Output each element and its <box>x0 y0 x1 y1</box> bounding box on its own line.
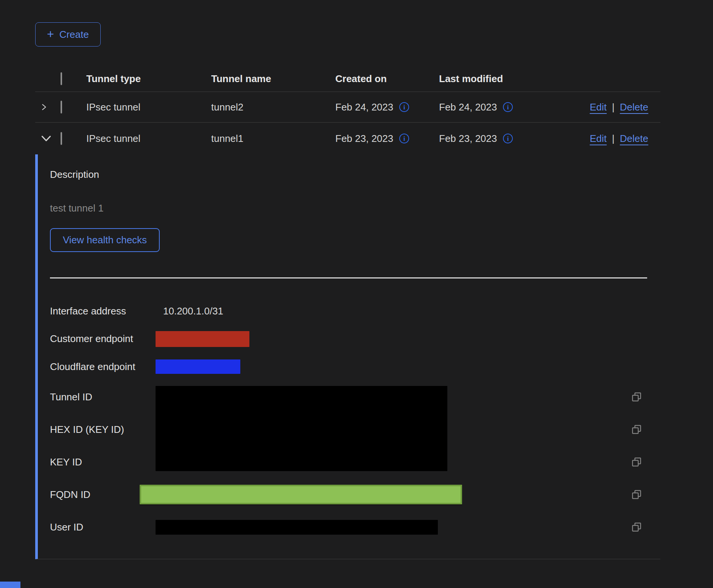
chevron-down-icon <box>40 132 53 145</box>
fqdn-id-redacted-value <box>140 485 462 504</box>
copy-icon <box>631 489 642 500</box>
tunnel-type-cell: IPsec tunnel <box>86 101 211 113</box>
copy-hex-id-button[interactable] <box>630 424 660 435</box>
tunnel-id-label: Tunnel ID <box>50 391 156 403</box>
delete-link[interactable]: Delete <box>620 101 648 113</box>
expand-row-button[interactable] <box>35 100 61 114</box>
user-id-label: User ID <box>50 521 156 533</box>
key-id-label: KEY ID <box>50 456 156 468</box>
select-all-checkbox[interactable] <box>61 72 62 85</box>
header-tunnel-type: Tunnel type <box>86 73 211 85</box>
copy-icon <box>631 456 642 468</box>
view-health-checks-button[interactable]: View health checks <box>50 228 160 252</box>
interface-address-label: Interface address <box>50 305 156 317</box>
ids-redacted-value <box>156 386 447 471</box>
hex-id-label: HEX ID (KEY ID) <box>50 424 156 436</box>
copy-fqdn-id-button[interactable] <box>630 489 660 500</box>
info-icon[interactable]: i <box>503 102 513 112</box>
tunnel-details-panel: Description test tunnel 1 View health ch… <box>35 154 660 559</box>
info-icon[interactable]: i <box>399 102 409 112</box>
collapse-row-button[interactable] <box>35 132 61 145</box>
tunnel-name-cell: tunnel2 <box>211 101 335 113</box>
row-checkbox[interactable] <box>61 132 62 145</box>
header-tunnel-name: Tunnel name <box>211 73 335 85</box>
info-icon[interactable]: i <box>503 134 513 143</box>
tunnel-name-cell: tunnel1 <box>211 133 335 145</box>
create-button[interactable]: + Create <box>35 22 101 47</box>
table-row: IPsec tunnel tunnel2 Feb 24, 2023 i Feb … <box>35 92 660 123</box>
action-separator: | <box>612 133 615 145</box>
plus-icon: + <box>47 28 54 40</box>
row-checkbox[interactable] <box>61 101 62 114</box>
tunnel-fields: Interface address 10.200.1.0/31 Customer… <box>50 297 660 543</box>
customer-endpoint-redacted-value <box>156 331 249 347</box>
partial-element-bottom-left <box>0 582 20 588</box>
header-created-on: Created on <box>335 73 439 85</box>
description-label: Description <box>50 169 660 180</box>
customer-endpoint-label: Customer endpoint <box>50 333 156 345</box>
description-value: test tunnel 1 <box>50 202 660 214</box>
chevron-right-icon <box>40 100 48 114</box>
edit-link[interactable]: Edit <box>590 133 607 145</box>
last-modified-cell: Feb 24, 2023 <box>439 101 497 113</box>
edit-link[interactable]: Edit <box>590 101 607 113</box>
table-header-row: Tunnel type Tunnel name Created on Last … <box>35 66 660 92</box>
create-button-label: Create <box>59 29 89 40</box>
copy-tunnel-id-button[interactable] <box>630 391 660 403</box>
section-divider <box>50 277 647 278</box>
copy-icon <box>631 391 642 403</box>
copy-icon <box>631 424 642 435</box>
header-last-modified: Last modified <box>439 73 583 85</box>
delete-link[interactable]: Delete <box>620 133 648 145</box>
tunnels-page: + Create Tunnel type Tunnel name Created… <box>0 0 713 588</box>
user-id-redacted-value <box>156 520 438 535</box>
info-icon[interactable]: i <box>399 134 409 143</box>
cloudflare-endpoint-redacted-value <box>156 359 240 374</box>
copy-user-id-button[interactable] <box>630 521 660 533</box>
created-on-cell: Feb 23, 2023 <box>335 133 393 145</box>
copy-key-id-button[interactable] <box>630 456 660 468</box>
action-separator: | <box>612 101 615 113</box>
copy-icon <box>631 521 642 533</box>
interface-address-value: 10.200.1.0/31 <box>156 305 630 317</box>
created-on-cell: Feb 24, 2023 <box>335 101 393 113</box>
tunnels-table: Tunnel type Tunnel name Created on Last … <box>35 66 660 154</box>
last-modified-cell: Feb 23, 2023 <box>439 133 497 145</box>
tunnel-type-cell: IPsec tunnel <box>86 133 211 145</box>
cloudflare-endpoint-label: Cloudflare endpoint <box>50 361 156 373</box>
table-row: IPsec tunnel tunnel1 Feb 23, 2023 i Feb … <box>35 123 660 154</box>
